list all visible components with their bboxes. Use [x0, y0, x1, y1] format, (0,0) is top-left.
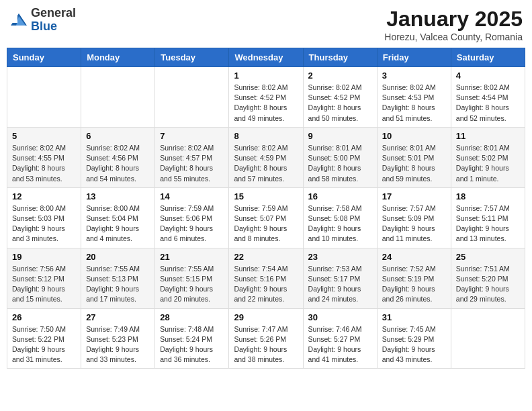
day-info: Sunrise: 8:00 AM Sunset: 5:03 PM Dayligh…	[12, 203, 76, 244]
day-number: 9	[308, 131, 372, 141]
day-number: 31	[382, 312, 446, 322]
day-cell	[451, 308, 525, 369]
day-number: 14	[160, 191, 224, 201]
day-info: Sunrise: 7:50 AM Sunset: 5:22 PM Dayligh…	[12, 324, 76, 365]
weekday-header-friday: Friday	[377, 48, 451, 67]
weekday-header-monday: Monday	[81, 48, 155, 67]
day-info: Sunrise: 8:00 AM Sunset: 5:04 PM Dayligh…	[86, 203, 150, 244]
day-info: Sunrise: 8:02 AM Sunset: 4:52 PM Dayligh…	[308, 83, 372, 124]
day-cell: 8Sunrise: 8:02 AM Sunset: 4:59 PM Daylig…	[229, 127, 303, 187]
day-info: Sunrise: 8:02 AM Sunset: 4:56 PM Dayligh…	[86, 143, 150, 184]
weekday-header-tuesday: Tuesday	[155, 48, 229, 67]
page-header: General Blue January 2025 Horezu, Valcea…	[7, 7, 525, 42]
day-cell: 25Sunrise: 7:51 AM Sunset: 5:20 PM Dayli…	[451, 248, 525, 308]
day-cell	[81, 67, 155, 128]
day-cell: 1Sunrise: 8:02 AM Sunset: 4:52 PM Daylig…	[229, 67, 303, 128]
month-title: January 2025	[384, 7, 523, 32]
weekday-header-saturday: Saturday	[451, 48, 525, 67]
day-info: Sunrise: 8:02 AM Sunset: 4:57 PM Dayligh…	[160, 143, 224, 184]
day-number: 10	[382, 131, 446, 141]
location: Horezu, Valcea County, Romania	[384, 32, 523, 42]
day-cell: 15Sunrise: 7:59 AM Sunset: 5:07 PM Dayli…	[229, 187, 303, 248]
day-number: 22	[234, 252, 298, 262]
day-cell: 9Sunrise: 8:01 AM Sunset: 5:00 PM Daylig…	[303, 127, 377, 187]
logo-text: General Blue	[31, 7, 76, 34]
day-number: 29	[234, 312, 298, 322]
day-cell: 3Sunrise: 8:02 AM Sunset: 4:53 PM Daylig…	[377, 67, 451, 128]
day-cell: 4Sunrise: 8:02 AM Sunset: 4:54 PM Daylig…	[451, 67, 525, 128]
day-number: 24	[382, 252, 446, 262]
day-number: 21	[160, 252, 224, 262]
day-cell: 26Sunrise: 7:50 AM Sunset: 5:22 PM Dayli…	[7, 308, 81, 369]
day-number: 1	[234, 71, 298, 81]
day-info: Sunrise: 8:01 AM Sunset: 5:02 PM Dayligh…	[456, 143, 520, 184]
day-number: 19	[12, 252, 76, 262]
day-cell: 11Sunrise: 8:01 AM Sunset: 5:02 PM Dayli…	[451, 127, 525, 187]
day-number: 6	[86, 131, 150, 141]
day-number: 3	[382, 71, 446, 81]
logo: General Blue	[9, 7, 76, 34]
day-info: Sunrise: 8:02 AM Sunset: 4:59 PM Dayligh…	[234, 143, 298, 184]
weekday-header-sunday: Sunday	[7, 48, 81, 67]
week-row-4: 19Sunrise: 7:56 AM Sunset: 5:12 PM Dayli…	[7, 248, 525, 308]
day-number: 4	[456, 71, 520, 81]
day-cell: 30Sunrise: 7:46 AM Sunset: 5:27 PM Dayli…	[303, 308, 377, 369]
weekday-header-thursday: Thursday	[303, 48, 377, 67]
day-cell: 24Sunrise: 7:52 AM Sunset: 5:19 PM Dayli…	[377, 248, 451, 308]
day-info: Sunrise: 7:55 AM Sunset: 5:15 PM Dayligh…	[160, 264, 224, 305]
day-info: Sunrise: 7:55 AM Sunset: 5:13 PM Dayligh…	[86, 264, 150, 305]
day-info: Sunrise: 8:02 AM Sunset: 4:55 PM Dayligh…	[12, 143, 76, 184]
day-cell: 7Sunrise: 8:02 AM Sunset: 4:57 PM Daylig…	[155, 127, 229, 187]
day-number: 11	[456, 131, 520, 141]
day-number: 30	[308, 312, 372, 322]
day-info: Sunrise: 7:54 AM Sunset: 5:16 PM Dayligh…	[234, 264, 298, 305]
day-cell: 6Sunrise: 8:02 AM Sunset: 4:56 PM Daylig…	[81, 127, 155, 187]
day-info: Sunrise: 7:47 AM Sunset: 5:26 PM Dayligh…	[234, 324, 298, 365]
day-info: Sunrise: 7:52 AM Sunset: 5:19 PM Dayligh…	[382, 264, 446, 305]
day-cell: 28Sunrise: 7:48 AM Sunset: 5:24 PM Dayli…	[155, 308, 229, 369]
day-cell: 19Sunrise: 7:56 AM Sunset: 5:12 PM Dayli…	[7, 248, 81, 308]
weekday-header-row: SundayMondayTuesdayWednesdayThursdayFrid…	[7, 48, 525, 67]
day-info: Sunrise: 7:58 AM Sunset: 5:08 PM Dayligh…	[308, 203, 372, 244]
day-info: Sunrise: 7:53 AM Sunset: 5:17 PM Dayligh…	[308, 264, 372, 305]
week-row-5: 26Sunrise: 7:50 AM Sunset: 5:22 PM Dayli…	[7, 308, 525, 369]
week-row-3: 12Sunrise: 8:00 AM Sunset: 5:03 PM Dayli…	[7, 187, 525, 248]
day-info: Sunrise: 8:02 AM Sunset: 4:54 PM Dayligh…	[456, 83, 520, 124]
day-number: 16	[308, 191, 372, 201]
day-cell: 22Sunrise: 7:54 AM Sunset: 5:16 PM Dayli…	[229, 248, 303, 308]
day-number: 27	[86, 312, 150, 322]
day-cell: 14Sunrise: 7:59 AM Sunset: 5:06 PM Dayli…	[155, 187, 229, 248]
day-info: Sunrise: 8:01 AM Sunset: 5:00 PM Dayligh…	[308, 143, 372, 184]
day-cell: 12Sunrise: 8:00 AM Sunset: 5:03 PM Dayli…	[7, 187, 81, 248]
day-cell: 5Sunrise: 8:02 AM Sunset: 4:55 PM Daylig…	[7, 127, 81, 187]
day-cell: 31Sunrise: 7:45 AM Sunset: 5:29 PM Dayli…	[377, 308, 451, 369]
day-number: 28	[160, 312, 224, 322]
title-block: January 2025 Horezu, Valcea County, Roma…	[384, 7, 523, 42]
day-number: 18	[456, 191, 520, 201]
day-cell: 20Sunrise: 7:55 AM Sunset: 5:13 PM Dayli…	[81, 248, 155, 308]
week-row-1: 1Sunrise: 8:02 AM Sunset: 4:52 PM Daylig…	[7, 67, 525, 128]
day-info: Sunrise: 7:51 AM Sunset: 5:20 PM Dayligh…	[456, 264, 520, 305]
day-cell	[7, 67, 81, 128]
day-cell: 21Sunrise: 7:55 AM Sunset: 5:15 PM Dayli…	[155, 248, 229, 308]
day-cell: 2Sunrise: 8:02 AM Sunset: 4:52 PM Daylig…	[303, 67, 377, 128]
day-info: Sunrise: 7:49 AM Sunset: 5:23 PM Dayligh…	[86, 324, 150, 365]
day-number: 7	[160, 131, 224, 141]
day-cell	[155, 67, 229, 128]
day-number: 12	[12, 191, 76, 201]
day-number: 25	[456, 252, 520, 262]
day-number: 23	[308, 252, 372, 262]
day-info: Sunrise: 8:02 AM Sunset: 4:53 PM Dayligh…	[382, 83, 446, 124]
day-number: 20	[86, 252, 150, 262]
day-info: Sunrise: 8:02 AM Sunset: 4:52 PM Dayligh…	[234, 83, 298, 124]
day-cell: 18Sunrise: 7:57 AM Sunset: 5:11 PM Dayli…	[451, 187, 525, 248]
day-info: Sunrise: 7:56 AM Sunset: 5:12 PM Dayligh…	[12, 264, 76, 305]
day-number: 5	[12, 131, 76, 141]
day-number: 17	[382, 191, 446, 201]
day-info: Sunrise: 7:57 AM Sunset: 5:09 PM Dayligh…	[382, 203, 446, 244]
week-row-2: 5Sunrise: 8:02 AM Sunset: 4:55 PM Daylig…	[7, 127, 525, 187]
calendar-table: SundayMondayTuesdayWednesdayThursdayFrid…	[7, 48, 525, 369]
weekday-header-wednesday: Wednesday	[229, 48, 303, 67]
day-info: Sunrise: 7:59 AM Sunset: 5:07 PM Dayligh…	[234, 203, 298, 244]
day-cell: 13Sunrise: 8:00 AM Sunset: 5:04 PM Dayli…	[81, 187, 155, 248]
